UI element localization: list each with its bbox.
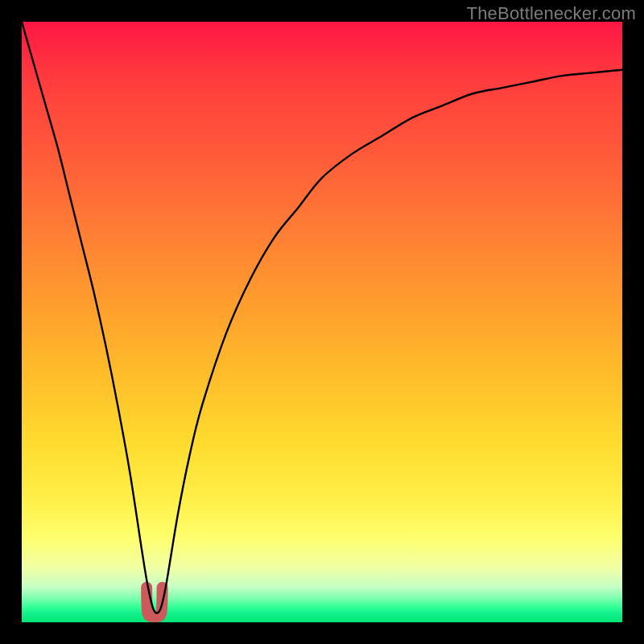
chart-frame: TheBottlenecker.com: [0, 0, 644, 644]
attribution-label: TheBottlenecker.com: [467, 3, 636, 24]
bottleneck-curve: [22, 22, 622, 622]
plot-area: [22, 22, 622, 622]
